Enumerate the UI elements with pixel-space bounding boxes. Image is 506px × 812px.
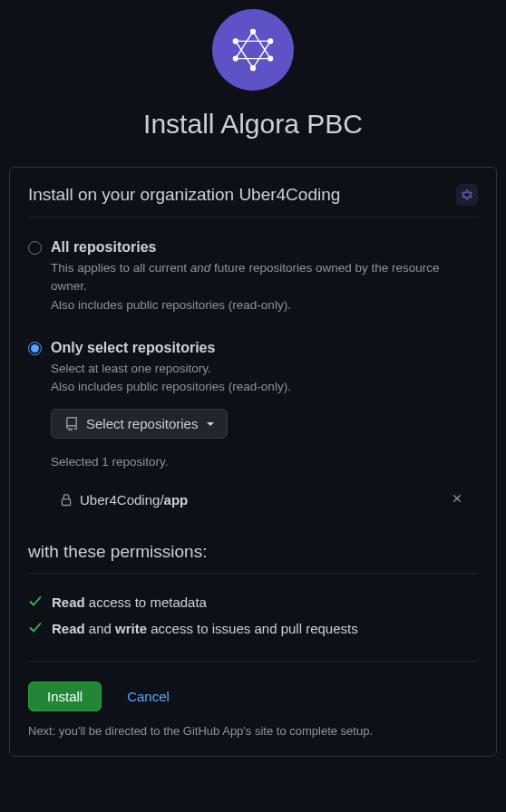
- radio-description: Select at least one repository. Also inc…: [51, 360, 478, 397]
- svg-marker-9: [462, 192, 472, 200]
- svg-point-4: [233, 56, 238, 61]
- install-card: Install on your organization Uber4Coding…: [9, 167, 497, 757]
- page-title: Install Algora PBC: [0, 109, 506, 140]
- remove-repo-button[interactable]: [447, 490, 467, 509]
- radio-only-select-repositories[interactable]: Only select repositories Select at least…: [28, 340, 478, 519]
- svg-point-3: [268, 56, 273, 61]
- install-on-org: Uber4Coding: [238, 185, 340, 204]
- permission-item: Read access to metadata: [28, 594, 478, 611]
- radio-label: All repositories: [51, 239, 478, 256]
- lock-icon: [60, 494, 73, 507]
- chevron-down-icon: [207, 422, 214, 426]
- desc-text: Also includes public repositories (read-…: [51, 298, 291, 312]
- radio-description: This applies to all current and future r…: [51, 259, 478, 314]
- repo-owner: Uber4Coding: [80, 492, 160, 508]
- svg-marker-1: [236, 41, 270, 68]
- repo-name: app: [164, 492, 189, 508]
- repo-full-name: Uber4Coding/app: [80, 492, 188, 508]
- radio-icon: [28, 342, 42, 355]
- perm-text: access to issues and pull requests: [147, 621, 358, 636]
- install-on-row: Install on your organization Uber4Coding: [28, 184, 478, 218]
- perm-bold: Read: [52, 621, 85, 636]
- selected-count: Selected 1 repository.: [51, 455, 478, 469]
- permissions-list: Read access to metadata Read and write a…: [28, 594, 478, 662]
- permission-text: Read and write access to issues and pull…: [52, 621, 358, 636]
- check-icon: [28, 594, 43, 611]
- svg-point-6: [268, 39, 273, 44]
- svg-point-5: [251, 66, 256, 71]
- permission-item: Read and write access to issues and pull…: [28, 620, 478, 637]
- perm-text: and: [85, 621, 115, 636]
- radio-label: Only select repositories: [51, 340, 478, 356]
- permissions-heading: with these permissions:: [28, 542, 478, 574]
- selected-repo-item: Uber4Coding/app: [49, 481, 478, 518]
- algora-icon: [231, 28, 275, 72]
- perm-bold: Read: [52, 594, 85, 610]
- action-row: Install Cancel: [28, 682, 478, 711]
- close-icon: [451, 492, 463, 505]
- radio-body: Only select repositories Select at least…: [51, 340, 478, 519]
- svg-point-7: [233, 39, 238, 44]
- radio-icon: [28, 241, 42, 255]
- desc-text: This applies to all current: [51, 261, 190, 275]
- repo-scope-group: All repositories This applies to all cur…: [28, 239, 478, 518]
- org-avatar[interactable]: [456, 184, 478, 206]
- next-step-text: Next: you'll be directed to the GitHub A…: [28, 724, 478, 738]
- desc-text: Also includes public repositories (read-…: [51, 380, 291, 393]
- svg-marker-0: [236, 32, 270, 59]
- install-on-text: Install on your organization Uber4Coding: [28, 185, 340, 205]
- desc-text: Select at least one repository.: [51, 362, 211, 375]
- app-logo: [212, 9, 294, 91]
- repo-icon: [64, 417, 79, 431]
- permission-text: Read access to metadata: [52, 594, 207, 610]
- algora-icon: [461, 188, 473, 201]
- select-repositories-button[interactable]: Select repositories: [51, 409, 228, 439]
- svg-point-2: [251, 29, 256, 34]
- button-label: Select repositories: [86, 416, 198, 431]
- install-on-prefix: Install on your organization: [28, 185, 238, 204]
- check-icon: [28, 620, 43, 637]
- cancel-link[interactable]: Cancel: [127, 689, 170, 704]
- perm-text: access to metadata: [85, 594, 207, 610]
- desc-em: and: [190, 261, 211, 275]
- perm-bold: write: [115, 621, 147, 636]
- install-button[interactable]: Install: [28, 682, 102, 711]
- radio-body: All repositories This applies to all cur…: [51, 239, 478, 314]
- radio-all-repositories[interactable]: All repositories This applies to all cur…: [28, 239, 478, 314]
- svg-marker-8: [462, 189, 472, 198]
